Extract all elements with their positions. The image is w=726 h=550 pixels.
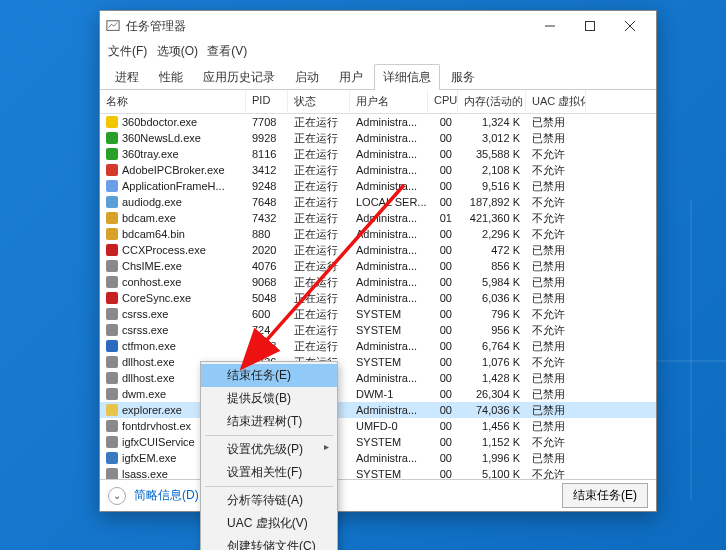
minimize-button[interactable] <box>530 12 570 40</box>
maximize-button[interactable] <box>570 12 610 40</box>
process-user: SYSTEM <box>350 436 428 448</box>
process-user: Administra... <box>350 180 428 192</box>
table-row[interactable]: ctfmon.exe3648正在运行Administra...006,764 K… <box>100 338 656 354</box>
table-row[interactable]: dllhost.exe9872正在运行Administra...001,428 … <box>100 370 656 386</box>
menu-separator <box>205 486 333 487</box>
process-mem: 1,996 K <box>458 452 526 464</box>
process-rows: 360bdoctor.exe7708正在运行Administra...001,3… <box>100 114 656 479</box>
context-menu-item[interactable]: 提供反馈(B) <box>201 387 337 410</box>
process-mem: 9,516 K <box>458 180 526 192</box>
process-mem: 26,304 K <box>458 388 526 400</box>
menu-separator <box>205 435 333 436</box>
process-uac: 已禁用 <box>526 275 586 290</box>
table-row[interactable]: igfxCUIServiceSYSTEM001,152 K不允许 <box>100 434 656 450</box>
process-icon <box>106 436 118 448</box>
process-user: Administra... <box>350 212 428 224</box>
table-row[interactable]: fontdrvhost.exUMFD-0001,456 K已禁用 <box>100 418 656 434</box>
table-row[interactable]: ChsIME.exe4076正在运行Administra...00856 K已禁… <box>100 258 656 274</box>
expand-chevron-icon[interactable]: ⌄ <box>108 487 126 505</box>
process-pid: 3412 <box>246 164 288 176</box>
process-name: dllhost.exe <box>122 356 175 368</box>
table-row[interactable]: csrss.exe724正在运行SYSTEM00956 K不允许 <box>100 322 656 338</box>
process-name: AdobeIPCBroker.exe <box>122 164 225 176</box>
context-menu-item[interactable]: 设置相关性(F) <box>201 461 337 484</box>
context-menu-item[interactable]: 创建转储文件(C) <box>201 535 337 550</box>
table-row[interactable]: AdobeIPCBroker.exe3412正在运行Administra...0… <box>100 162 656 178</box>
process-uac: 不允许 <box>526 211 586 226</box>
brief-info-link[interactable]: 简略信息(D) <box>134 487 199 504</box>
process-mem: 5,984 K <box>458 276 526 288</box>
table-row[interactable]: ApplicationFrameH...9248正在运行Administra..… <box>100 178 656 194</box>
col-cpu[interactable]: CPU <box>428 90 458 113</box>
table-row[interactable]: 360bdoctor.exe7708正在运行Administra...001,3… <box>100 114 656 130</box>
column-headers[interactable]: 名称 PID 状态 用户名 CPU 内存(活动的 UAC 虚拟化 <box>100 90 656 114</box>
process-icon <box>106 116 118 128</box>
process-uac: 不允许 <box>526 323 586 338</box>
process-status: 正在运行 <box>288 179 350 194</box>
tab-5[interactable]: 详细信息 <box>374 64 440 90</box>
tab-1[interactable]: 性能 <box>150 64 192 90</box>
table-row[interactable]: CCXProcess.exe2020正在运行Administra...00472… <box>100 242 656 258</box>
process-name: lsass.exe <box>122 468 168 479</box>
process-cpu: 00 <box>428 132 458 144</box>
process-pid: 7432 <box>246 212 288 224</box>
menu-view[interactable]: 查看(V) <box>207 44 247 58</box>
process-status: 正在运行 <box>288 195 350 210</box>
col-uac[interactable]: UAC 虚拟化 <box>526 90 586 113</box>
process-name: fontdrvhost.ex <box>122 420 191 432</box>
tab-0[interactable]: 进程 <box>106 64 148 90</box>
process-mem: 856 K <box>458 260 526 272</box>
context-menu-item[interactable]: UAC 虚拟化(V) <box>201 512 337 535</box>
table-row[interactable]: conhost.exe9068正在运行Administra...005,984 … <box>100 274 656 290</box>
tab-3[interactable]: 启动 <box>286 64 328 90</box>
col-user[interactable]: 用户名 <box>350 90 428 113</box>
context-menu-item[interactable]: 分析等待链(A) <box>201 489 337 512</box>
table-row[interactable]: bdcam.exe7432正在运行Administra...01421,360 … <box>100 210 656 226</box>
table-row[interactable]: dllhost.exe7736正在运行SYSTEM001,076 K不允许 <box>100 354 656 370</box>
table-row[interactable]: lsass.exeSYSTEM005,100 K不允许 <box>100 466 656 479</box>
table-row[interactable]: explorer.exe4256正在运行Administra...0074,03… <box>100 402 656 418</box>
process-user: Administra... <box>350 452 428 464</box>
footer-bar: ⌄ 简略信息(D) 结束任务(E) <box>100 479 656 511</box>
process-cpu: 00 <box>428 292 458 304</box>
process-icon <box>106 420 118 432</box>
context-menu-item[interactable]: 结束进程树(T) <box>201 410 337 433</box>
process-mem: 35,588 K <box>458 148 526 160</box>
col-name[interactable]: 名称 <box>100 90 246 113</box>
table-row[interactable]: 360NewsLd.exe9928正在运行Administra...003,01… <box>100 130 656 146</box>
process-mem: 6,036 K <box>458 292 526 304</box>
col-status[interactable]: 状态 <box>288 90 350 113</box>
tab-4[interactable]: 用户 <box>330 64 372 90</box>
process-name: csrss.exe <box>122 308 168 320</box>
process-icon <box>106 180 118 192</box>
table-row[interactable]: csrss.exe600正在运行SYSTEM00796 K不允许 <box>100 306 656 322</box>
table-row[interactable]: igfxEM.exeAdministra...001,996 K已禁用 <box>100 450 656 466</box>
process-pid: 4076 <box>246 260 288 272</box>
titlebar[interactable]: 任务管理器 <box>100 11 656 41</box>
process-cpu: 00 <box>428 340 458 352</box>
process-uac: 已禁用 <box>526 403 586 418</box>
menu-options[interactable]: 选项(O) <box>157 44 198 58</box>
process-icon <box>106 356 118 368</box>
process-name: dwm.exe <box>122 388 166 400</box>
context-menu-item[interactable]: 设置优先级(P) <box>201 438 337 461</box>
process-name: ctfmon.exe <box>122 340 176 352</box>
tab-6[interactable]: 服务 <box>442 64 484 90</box>
table-row[interactable]: 360tray.exe8116正在运行Administra...0035,588… <box>100 146 656 162</box>
process-mem: 796 K <box>458 308 526 320</box>
table-row[interactable]: dwm.exe1076正在运行DWM-10026,304 K已禁用 <box>100 386 656 402</box>
window-title: 任务管理器 <box>126 18 530 35</box>
end-task-button[interactable]: 结束任务(E) <box>562 483 648 508</box>
process-status: 正在运行 <box>288 291 350 306</box>
context-menu-item[interactable]: 结束任务(E) <box>201 364 337 387</box>
col-mem[interactable]: 内存(活动的 <box>458 90 526 113</box>
menu-file[interactable]: 文件(F) <box>108 44 147 58</box>
svg-rect-2 <box>586 22 595 31</box>
col-pid[interactable]: PID <box>246 90 288 113</box>
close-button[interactable] <box>610 12 650 40</box>
tab-2[interactable]: 应用历史记录 <box>194 64 284 90</box>
table-row[interactable]: bdcam64.bin880正在运行Administra...002,296 K… <box>100 226 656 242</box>
process-user: Administra... <box>350 260 428 272</box>
table-row[interactable]: CoreSync.exe5048正在运行Administra...006,036… <box>100 290 656 306</box>
table-row[interactable]: audiodg.exe7648正在运行LOCAL SER...00187,892… <box>100 194 656 210</box>
